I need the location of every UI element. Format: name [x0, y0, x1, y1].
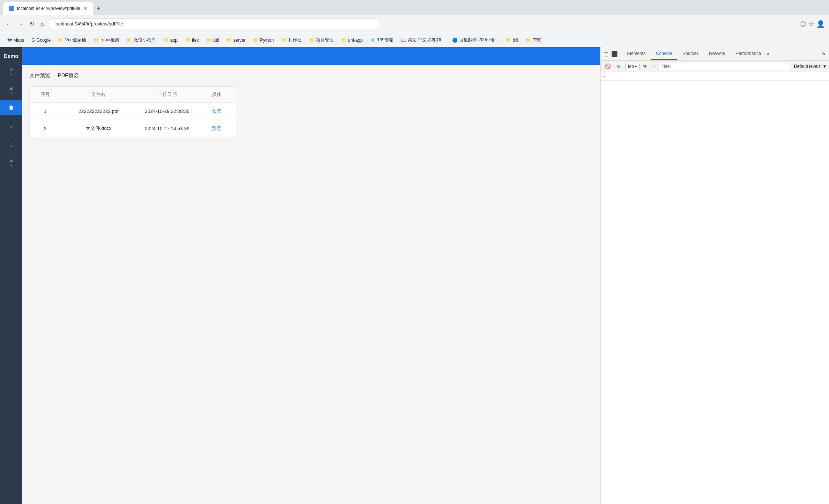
sidebar-chevron-2: ∨ [10, 91, 13, 95]
breadcrumb-root[interactable]: 文件预览 [30, 72, 50, 79]
eye-icon[interactable]: 👁 [643, 63, 648, 69]
console-clear-button[interactable]: 🚫 [603, 63, 612, 70]
cast-icon[interactable]: ⬡ [800, 20, 806, 28]
bookmark-util[interactable]: 📁 util [203, 36, 222, 44]
col-header-filename: 文件名 [61, 87, 137, 103]
bookmark-139mail[interactable]: 📧 139邮箱 [367, 35, 396, 45]
folder-icon: 📁 [206, 38, 212, 43]
forward-button[interactable]: → [16, 19, 25, 29]
devtools-header: ⬚ ⬛ Elements Console Sources Network Per… [601, 47, 829, 61]
sidebar-icon-5: ☰ [10, 139, 13, 143]
bookmark-react[interactable]: 📁 react框架 [90, 35, 122, 45]
bookmark-label: 项目管理 [316, 37, 334, 43]
bookmark-server[interactable]: 📁 server [223, 36, 248, 44]
devtools-tab-sources[interactable]: Sources [677, 48, 704, 60]
sidebar-item-2[interactable]: ☰ ∨ [0, 81, 22, 100]
chevron-right-icon: › [603, 74, 605, 79]
home-button[interactable]: ⌂ [39, 19, 45, 29]
folder-icon: 📁 [93, 38, 99, 43]
bookmark-hezuoshe[interactable]: 📁 和作社 [278, 35, 305, 45]
breadcrumb: 文件预览 › PDF预览 [30, 72, 593, 79]
email-icon: 📧 [370, 38, 376, 43]
devtools-tab-console[interactable]: Console [651, 48, 677, 60]
sidebar-chevron-1: ∨ [10, 72, 13, 76]
bookmark-maps[interactable]: 🗺 Maps [4, 36, 27, 44]
bookmark-star-icon[interactable]: ☆ [808, 20, 814, 28]
bookmark-label: Vue全家桶 [65, 37, 86, 43]
bookmark-bili[interactable]: 📁 bili [503, 36, 521, 44]
google-icon: G [31, 38, 35, 43]
tab-favicon [9, 6, 14, 11]
address-bar: ← → ↻ ⌂ ⬡ ☆ 👤 [0, 15, 829, 33]
chevron-down-icon-levels[interactable]: ▾ [823, 63, 826, 69]
preview-link[interactable]: 预览 [212, 125, 221, 131]
browser-window: localhost:9494/#/preview/pdfFile ✕ + ← →… [0, 0, 829, 504]
bookmark-dongsoft[interactable]: 📁 东软 [523, 35, 544, 45]
bookmark-baidu[interactable]: 🔵 百度翻译-200种语... [449, 35, 501, 45]
bookmark-google[interactable]: G Google [28, 36, 54, 44]
bookmark-label: 微信小程序 [134, 37, 156, 43]
folder-icon: 📁 [506, 38, 511, 43]
breadcrumb-current: PDF预览 [58, 72, 79, 79]
sidebar-item-5[interactable]: ☰ ∨ [0, 134, 22, 153]
file-table-container: 序号 文件名 上传日期 操作 1 222222222222.pdf 2024-1… [30, 86, 236, 137]
back-button[interactable]: ← [4, 19, 13, 29]
console-filter-toggle[interactable]: ⊘ [615, 63, 622, 70]
filter-icon[interactable]: ⊿ [651, 63, 655, 69]
cell-date: 2024-10-29 22:08:36 [137, 103, 197, 120]
bookmark-dict[interactable]: 📖 英文·中文字典|Gl... [398, 35, 448, 45]
devtools-dock-icon[interactable]: ⬚ [603, 51, 608, 57]
console-filter-input[interactable] [658, 63, 791, 70]
devtools-tab-network[interactable]: Network [704, 48, 730, 60]
reload-button[interactable]: ↻ [28, 19, 36, 29]
browser-tab[interactable]: localhost:9494/#/preview/pdfFile ✕ [3, 2, 93, 15]
address-actions: ⬡ ☆ 👤 [800, 20, 825, 28]
sidebar-item-6[interactable]: ☰ ∨ [0, 153, 22, 172]
devtools-more-tabs[interactable]: » [766, 51, 770, 57]
devtools-tab-performance[interactable]: Performance [730, 48, 766, 60]
cell-date: 2024-10-27 14:53:39 [137, 120, 197, 137]
tab-bar: localhost:9494/#/preview/pdfFile ✕ + [0, 0, 829, 15]
bookmark-label: 东软 [533, 37, 541, 43]
bookmark-project[interactable]: 📁 项目管理 [306, 35, 337, 45]
bookmark-app[interactable]: 📁 app [160, 36, 180, 44]
app-header [22, 47, 600, 65]
tab-close-button[interactable]: ✕ [83, 6, 87, 11]
app-logo: Demo [3, 50, 20, 62]
devtools-tab-bar: Elements Console Sources Network Perform… [622, 48, 820, 60]
address-input[interactable] [48, 18, 381, 29]
bookmark-python[interactable]: 📁 Python [250, 36, 276, 44]
sidebar-item-1[interactable]: ⊞ ∨ [0, 62, 22, 81]
bookmark-wechat[interactable]: 📁 微信小程序 [124, 35, 159, 45]
bookmark-vue[interactable]: 📁 Vue全家桶 [55, 35, 89, 45]
folder-icon: 📁 [253, 38, 258, 43]
col-header-id: 序号 [30, 87, 61, 103]
sidebar-chevron-4: ∨ [10, 125, 13, 129]
sidebar-item-3[interactable]: 📄 [0, 100, 22, 115]
folder-icon: 📁 [127, 38, 132, 43]
cell-filename: 222222222222.pdf [61, 103, 137, 120]
new-tab-button[interactable]: + [93, 2, 103, 15]
maps-icon: 🗺 [7, 38, 12, 43]
bookmark-flex[interactable]: 📁 flex [182, 36, 202, 44]
bookmark-uniapp[interactable]: 📁 uni-app [338, 36, 366, 44]
devtools-close-icon[interactable]: ✕ [822, 51, 826, 57]
bookmark-label: Maps [13, 38, 24, 43]
devtools-panel: ⬚ ⬛ Elements Console Sources Network Per… [600, 47, 829, 504]
folder-icon: 📁 [281, 38, 287, 43]
app-sidebar: Demo ⊞ ∨ ☰ ∨ 📄 ☰ ∨ ☰ ∨ ☰ ∨ [0, 47, 22, 504]
bookmark-label: flex [192, 38, 199, 43]
default-levels-label[interactable]: Default levels [794, 64, 821, 69]
sidebar-item-4[interactable]: ☰ ∨ [0, 115, 22, 134]
devtools-tab-elements[interactable]: Elements [622, 48, 651, 60]
devtools-dock-icons: ⬚ ⬛ [603, 51, 618, 57]
bookmark-label: 139邮箱 [377, 37, 393, 43]
bookmark-label: 英文·中文字典|Gl... [408, 37, 445, 43]
col-header-action: 操作 [198, 87, 236, 103]
bookmark-label: react框架 [100, 37, 119, 43]
profile-icon[interactable]: 👤 [816, 20, 825, 28]
preview-link[interactable]: 预览 [212, 108, 221, 114]
top-context-selector[interactable]: top ▾ [625, 63, 640, 70]
devtools-split-icon[interactable]: ⬛ [611, 51, 618, 57]
bookmark-label: 和作社 [288, 37, 302, 43]
